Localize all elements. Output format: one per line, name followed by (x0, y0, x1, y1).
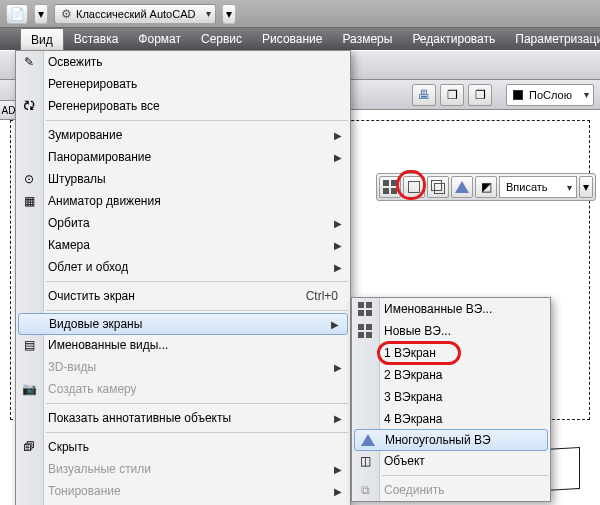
qat-button-1[interactable]: 📄 (6, 4, 28, 24)
menu-service[interactable]: Сервис (191, 28, 252, 50)
menu-bar: Вид Вставка Формат Сервис Рисование Разм… (0, 28, 600, 50)
vp-scale-combo[interactable]: Вписать (499, 176, 577, 198)
submenu-arrow-icon: ▶ (334, 413, 342, 424)
smi-1vp[interactable]: 1 ВЭкран (352, 342, 550, 364)
new-vp-icon (357, 323, 373, 339)
submenu-arrow-icon: ▶ (331, 319, 339, 330)
mi-create-camera[interactable]: 📷Создать камеру (16, 378, 350, 400)
mi-pan[interactable]: Панорамирование▶ (16, 146, 350, 168)
view-dropdown-menu: ✎Освежить Регенерировать 🗘Регенерировать… (15, 50, 351, 505)
qat-dropdown-2[interactable]: ▾ (222, 4, 236, 24)
vp-btn-extra[interactable]: ▾ (579, 176, 593, 198)
mi-orbit[interactable]: Орбита▶ (16, 212, 350, 234)
bylayer-combo[interactable]: ПоСлою (506, 84, 594, 106)
mi-walkfly[interactable]: Облет и обход▶ (16, 256, 350, 278)
submenu-arrow-icon: ▶ (334, 362, 342, 373)
mi-zoom[interactable]: Зумирование▶ (16, 124, 350, 146)
submenu-arrow-icon: ▶ (334, 262, 342, 273)
separator (382, 475, 548, 476)
smi-join[interactable]: ⧉Соединить (352, 479, 550, 501)
menu-dimension[interactable]: Размеры (333, 28, 403, 50)
color-swatch (513, 90, 523, 100)
separator (46, 281, 348, 282)
clip-vp-icon: ◩ (481, 180, 492, 194)
menu-modify[interactable]: Редактировать (402, 28, 505, 50)
layer-button-2[interactable]: ❐ (440, 84, 464, 106)
separator (46, 310, 348, 311)
poly-vp-icon (360, 432, 376, 448)
gear-icon: ⚙ (61, 7, 72, 21)
steering-icon: ⊙ (21, 171, 37, 187)
mi-camera[interactable]: Камера▶ (16, 234, 350, 256)
showmotion-icon: ▦ (21, 193, 37, 209)
vp-btn-clip[interactable]: ◩ (475, 176, 497, 198)
mi-3dviews[interactable]: 3D-виды▶ (16, 356, 350, 378)
submenu-arrow-icon: ▶ (334, 130, 342, 141)
vp-btn-named[interactable] (379, 176, 401, 198)
vp-btn-two[interactable] (427, 176, 449, 198)
single-vp-icon (408, 181, 420, 193)
workspace-switcher[interactable]: ⚙ Классический AutoCAD (54, 4, 216, 24)
layer-button-3[interactable]: ❐ (468, 84, 492, 106)
mi-refresh[interactable]: ✎Освежить (16, 51, 350, 73)
submenu-arrow-icon: ▶ (334, 464, 342, 475)
two-vp-icon (431, 180, 445, 194)
hide-icon: 🗊 (21, 439, 37, 455)
smi-3vp[interactable]: 3 ВЭкрана (352, 386, 550, 408)
vp-scale-label: Вписать (506, 181, 548, 193)
shortcut-text: Ctrl+0 (306, 289, 338, 303)
mi-regen-all[interactable]: 🗘Регенерировать все (16, 95, 350, 117)
menu-insert[interactable]: Вставка (64, 28, 129, 50)
mi-vstyles[interactable]: Визуальные стили▶ (16, 458, 350, 480)
mi-viewports[interactable]: Видовые экраны▶ (18, 313, 348, 335)
mi-regen[interactable]: Регенерировать (16, 73, 350, 95)
smi-2vp[interactable]: 2 ВЭкрана (352, 364, 550, 386)
mi-motion[interactable]: ▦Аниматор движения (16, 190, 350, 212)
object-vp-icon: ◫ (357, 453, 373, 469)
mi-render[interactable]: Тонирование▶ (16, 480, 350, 502)
bylayer-label: ПоСлою (529, 89, 572, 101)
refresh-icon: ✎ (21, 54, 37, 70)
mi-anno[interactable]: Показать аннотативные объекты▶ (16, 407, 350, 429)
doc-icon: 📄 (10, 7, 24, 21)
title-bar: 📄 ▾ ⚙ Классический AutoCAD ▾ (0, 0, 600, 28)
viewports-submenu: Именованные ВЭ... Новые ВЭ... 1 ВЭкран 2… (351, 297, 551, 502)
join-vp-icon: ⧉ (357, 482, 373, 498)
regen-all-icon: 🗘 (21, 98, 37, 114)
separator (46, 403, 348, 404)
qat-dropdown[interactable]: ▾ (34, 4, 48, 24)
viewports-toolbar: ◩ Вписать ▾ (376, 173, 596, 201)
camera-icon: 📷 (21, 381, 37, 397)
smi-named[interactable]: Именованные ВЭ... (352, 298, 550, 320)
submenu-arrow-icon: ▶ (334, 152, 342, 163)
smi-4vp[interactable]: 4 ВЭкрана (352, 408, 550, 430)
mi-hide[interactable]: 🗊Скрыть (16, 436, 350, 458)
submenu-arrow-icon: ▶ (334, 218, 342, 229)
vp-btn-single[interactable] (403, 176, 425, 198)
menu-view[interactable]: Вид (20, 28, 64, 50)
layers-icon-2: ❐ (475, 88, 486, 102)
layers-icon: ❐ (447, 88, 458, 102)
mi-cleanscreen[interactable]: Очистить экранCtrl+0 (16, 285, 350, 307)
menu-parametric[interactable]: Параметризация (505, 28, 600, 50)
layer-button-1[interactable]: 🖶 (412, 84, 436, 106)
smi-new[interactable]: Новые ВЭ... (352, 320, 550, 342)
vp-btn-poly[interactable] (451, 176, 473, 198)
printer-icon: 🖶 (418, 88, 430, 102)
named-vp-icon (383, 180, 397, 194)
smi-poly[interactable]: Многоугольный ВЭ (354, 429, 548, 451)
mi-steering[interactable]: ⊙Штурвалы (16, 168, 350, 190)
workspace-label: Классический AutoCAD (76, 8, 195, 20)
menu-format[interactable]: Формат (128, 28, 191, 50)
smi-object[interactable]: ◫Объект (352, 450, 550, 472)
separator (46, 432, 348, 433)
mi-named-views[interactable]: ▤Именованные виды... (16, 334, 350, 356)
named-views-icon: ▤ (21, 337, 37, 353)
menu-draw[interactable]: Рисование (252, 28, 332, 50)
submenu-arrow-icon: ▶ (334, 240, 342, 251)
submenu-arrow-icon: ▶ (334, 486, 342, 497)
named-vp-icon (357, 301, 373, 317)
poly-vp-icon (455, 181, 469, 193)
separator (46, 120, 348, 121)
